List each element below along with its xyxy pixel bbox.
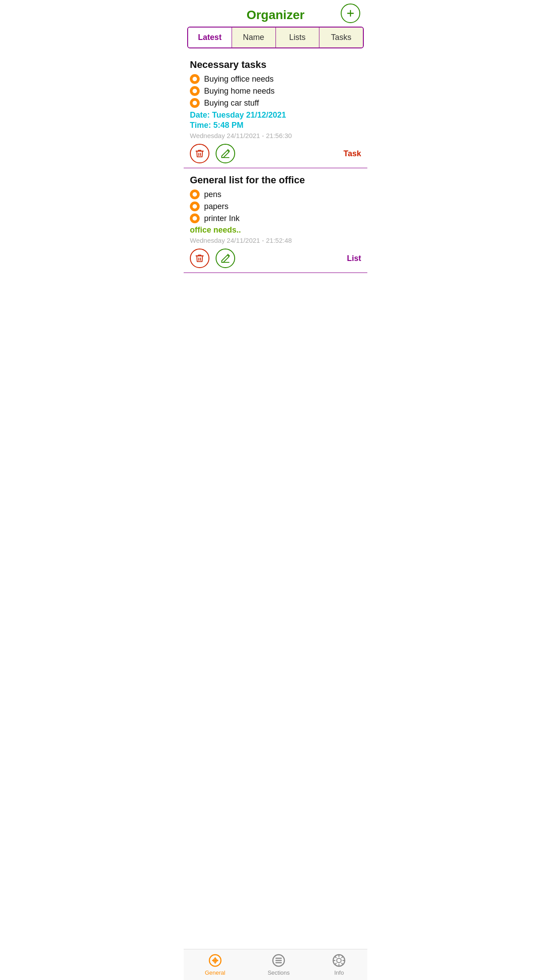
status-dot xyxy=(190,98,200,108)
edit-button[interactable] xyxy=(216,249,235,268)
tab-latest[interactable]: Latest xyxy=(188,28,232,47)
list-item: Buying home needs xyxy=(190,86,361,96)
app-title: Organizer xyxy=(247,8,305,22)
list-item: printer Ink xyxy=(190,213,361,223)
tab-bar: Latest Name Lists Tasks xyxy=(187,27,364,48)
card-type-badge: Task xyxy=(343,149,361,158)
delete-button[interactable] xyxy=(190,144,209,163)
main-content: Necessary tasks Buying office needs Buyi… xyxy=(184,53,367,306)
status-dot xyxy=(190,86,200,96)
category-label: office needs.. xyxy=(190,225,361,235)
list-item: Buying car stuff xyxy=(190,98,361,108)
card-title-1: Necessary tasks xyxy=(190,59,361,71)
header: Organizer xyxy=(184,0,367,27)
time-label: Time: 5:48 PM xyxy=(190,121,361,130)
card-necessary-tasks: Necessary tasks Buying office needs Buyi… xyxy=(184,53,367,168)
list-item: pens xyxy=(190,190,361,199)
list-item: Buying office needs xyxy=(190,74,361,84)
status-dot xyxy=(190,74,200,84)
tab-tasks[interactable]: Tasks xyxy=(319,28,363,47)
status-dot xyxy=(190,202,200,211)
card-title-2: General list for the office xyxy=(190,174,361,186)
delete-button[interactable] xyxy=(190,249,209,268)
add-button[interactable] xyxy=(341,4,360,23)
tab-lists[interactable]: Lists xyxy=(276,28,320,47)
card-general-list: General list for the office pens papers … xyxy=(184,168,367,273)
timestamp: Wednesday 24/11/2021 - 21:56:30 xyxy=(190,132,361,139)
card-actions: List xyxy=(190,249,361,268)
card-type-badge: List xyxy=(347,254,361,263)
action-icons xyxy=(190,249,235,268)
action-icons xyxy=(190,144,235,163)
timestamp: Wednesday 24/11/2021 - 21:52:48 xyxy=(190,237,361,244)
card-actions: Task xyxy=(190,144,361,163)
status-dot xyxy=(190,190,200,199)
edit-button[interactable] xyxy=(216,144,235,163)
date-label: Date: Tuesday 21/12/2021 xyxy=(190,111,361,120)
status-dot xyxy=(190,213,200,223)
tab-name[interactable]: Name xyxy=(232,28,276,47)
list-item: papers xyxy=(190,202,361,211)
